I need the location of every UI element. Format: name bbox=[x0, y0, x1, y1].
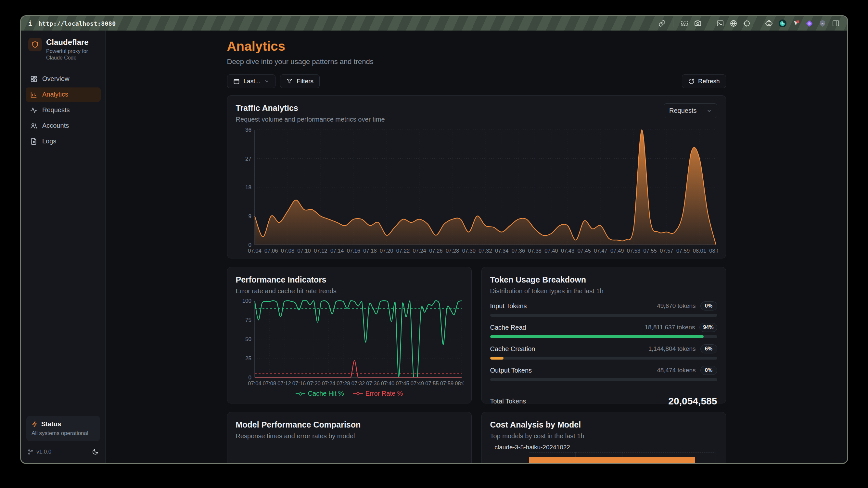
svg-text:27: 27 bbox=[245, 156, 251, 162]
chart-legend: Cache Hit % Error Rate % bbox=[236, 390, 463, 397]
svg-text:07:24: 07:24 bbox=[412, 248, 426, 254]
svg-text:07:55: 07:55 bbox=[643, 248, 656, 254]
filters-label: Filters bbox=[297, 78, 313, 85]
svg-text:07:22: 07:22 bbox=[396, 248, 409, 254]
card-subtitle: Response times and error rates by model bbox=[236, 432, 463, 440]
cursor-flag-extension-icon[interactable] bbox=[792, 19, 800, 28]
total-tokens-value: 20,054,585 bbox=[668, 396, 717, 407]
purple-diamond-extension-icon[interactable] bbox=[805, 19, 813, 28]
performance-chart: 025507510007:0407:0807:1207:1607:2007:24… bbox=[236, 298, 464, 387]
svg-text:07:38: 07:38 bbox=[528, 248, 541, 254]
token-rows: Input Tokens 49,670 tokens 0% Cache Read… bbox=[490, 302, 717, 381]
status-card: Status All systems operational bbox=[26, 416, 100, 441]
filters-button[interactable]: Filters bbox=[280, 75, 320, 88]
svg-text:07:16: 07:16 bbox=[292, 380, 305, 386]
info-icon: i bbox=[28, 20, 32, 27]
token-usage-card: Token Usage Breakdown Distribution of to… bbox=[482, 267, 726, 403]
camera-icon[interactable] bbox=[693, 19, 702, 28]
svg-text:100: 100 bbox=[242, 298, 251, 304]
crosshair-icon[interactable] bbox=[743, 19, 751, 28]
date-range-button[interactable]: Last... bbox=[227, 75, 276, 88]
grid-icon bbox=[30, 76, 37, 83]
svg-text:9: 9 bbox=[248, 213, 251, 220]
model-performance-card: Model Performance Comparison Response ti… bbox=[227, 412, 472, 463]
separator bbox=[709, 20, 709, 27]
legend-cache-hit[interactable]: Cache Hit % bbox=[296, 390, 344, 397]
svg-text:07:14: 07:14 bbox=[330, 248, 343, 254]
svg-text:07:30: 07:30 bbox=[462, 248, 475, 254]
svg-text:07:53: 07:53 bbox=[627, 248, 640, 254]
svg-text:07:10: 07:10 bbox=[297, 248, 311, 254]
users-icon bbox=[30, 122, 37, 130]
svg-text:07:32: 07:32 bbox=[351, 380, 365, 386]
svg-text:07:20: 07:20 bbox=[307, 380, 320, 386]
token-row-percent-badge: 94% bbox=[700, 323, 717, 332]
svg-text:07:55: 07:55 bbox=[425, 380, 438, 386]
sidebar: Claudeflare Powerful proxy for Claude Co… bbox=[21, 31, 105, 463]
teal-orb-extension-icon[interactable] bbox=[778, 19, 787, 28]
sidebar-item-logs[interactable]: Logs bbox=[26, 134, 101, 149]
page-subtitle: Deep dive into your usage patterns and t… bbox=[227, 58, 726, 66]
svg-text:0: 0 bbox=[248, 375, 251, 381]
token-row-label: Cache Read bbox=[490, 324, 526, 331]
sidebar-item-label: Overview bbox=[42, 75, 69, 83]
terminal-icon[interactable] bbox=[716, 19, 724, 28]
svg-text:07:04: 07:04 bbox=[248, 248, 261, 254]
url-text: http://localhost:8080 bbox=[38, 20, 116, 27]
svg-text:07:16: 07:16 bbox=[347, 248, 360, 254]
chevron-down-icon bbox=[264, 79, 269, 84]
legend-line-icon bbox=[296, 392, 305, 396]
refresh-button[interactable]: Refresh bbox=[682, 75, 726, 88]
svg-text:07:40: 07:40 bbox=[545, 248, 558, 254]
globe-icon[interactable] bbox=[729, 19, 738, 28]
traffic-chart: 0918273607:0407:0607:0807:1007:1207:1407… bbox=[236, 127, 718, 255]
model-performance-chart: 4 3 % bbox=[236, 442, 463, 463]
token-progress-fill bbox=[490, 335, 704, 338]
token-row-percent-badge: 6% bbox=[701, 344, 717, 353]
chevron-down-icon bbox=[707, 108, 712, 113]
token-row-value: 18,811,637 tokens bbox=[645, 324, 695, 331]
ud-shield-extension-icon[interactable]: UD bbox=[818, 19, 827, 28]
panel-toggle-icon[interactable] bbox=[832, 19, 840, 28]
filter-icon bbox=[286, 78, 293, 85]
cost-analysis-card: Cost Analysis by Model Top models by cos… bbox=[482, 412, 726, 463]
token-row-label: Cache Creation bbox=[490, 345, 535, 353]
token-progress-track bbox=[490, 335, 717, 338]
dark-mode-toggle[interactable] bbox=[92, 448, 99, 455]
legend-error-rate[interactable]: Error Rate % bbox=[353, 390, 403, 397]
sidebar-item-label: Analytics bbox=[42, 91, 68, 98]
svg-text:07:43: 07:43 bbox=[561, 248, 574, 254]
sidebar-item-analytics[interactable]: Analytics bbox=[26, 87, 101, 102]
svg-text:07:47: 07:47 bbox=[594, 248, 607, 254]
svg-text:50: 50 bbox=[245, 336, 251, 342]
card-title: Cost Analysis by Model bbox=[490, 420, 717, 429]
total-tokens-label: Total Tokens bbox=[490, 398, 526, 405]
metric-select[interactable]: Requests bbox=[664, 104, 717, 118]
svg-text:08:04: 08:04 bbox=[455, 380, 464, 386]
token-row-value: 1,144,804 tokens bbox=[648, 345, 696, 352]
token-row-label: Input Tokens bbox=[490, 303, 527, 310]
svg-text:07:34: 07:34 bbox=[495, 248, 508, 254]
traffic-analytics-card: Traffic Analytics Request volume and per… bbox=[227, 95, 726, 258]
status-title: Status bbox=[41, 420, 61, 428]
svg-text:0: 0 bbox=[248, 242, 251, 248]
refresh-label: Refresh bbox=[698, 78, 720, 85]
svg-text:07:45: 07:45 bbox=[396, 380, 409, 386]
token-progress-track bbox=[490, 378, 717, 381]
link-icon[interactable] bbox=[658, 19, 666, 28]
shield-icon bbox=[31, 41, 39, 49]
svg-text:18: 18 bbox=[245, 184, 251, 191]
app-name: Claudeflare bbox=[46, 38, 95, 47]
metric-select-value: Requests bbox=[669, 107, 697, 114]
sidebar-item-requests[interactable]: Requests bbox=[26, 103, 101, 117]
svg-text:07:24: 07:24 bbox=[321, 380, 335, 386]
svg-text:07:08: 07:08 bbox=[281, 248, 294, 254]
sidebar-item-accounts[interactable]: Accounts bbox=[26, 119, 101, 133]
sidebar-item-overview[interactable]: Overview bbox=[26, 72, 101, 86]
screen-capture-icon[interactable] bbox=[680, 19, 689, 28]
separator bbox=[673, 20, 674, 27]
puzzle-extension-icon[interactable] bbox=[765, 19, 773, 28]
svg-text:07:36: 07:36 bbox=[366, 380, 379, 386]
toolbar: Last... Filters Refresh bbox=[227, 75, 726, 88]
token-progress-fill bbox=[490, 357, 504, 360]
